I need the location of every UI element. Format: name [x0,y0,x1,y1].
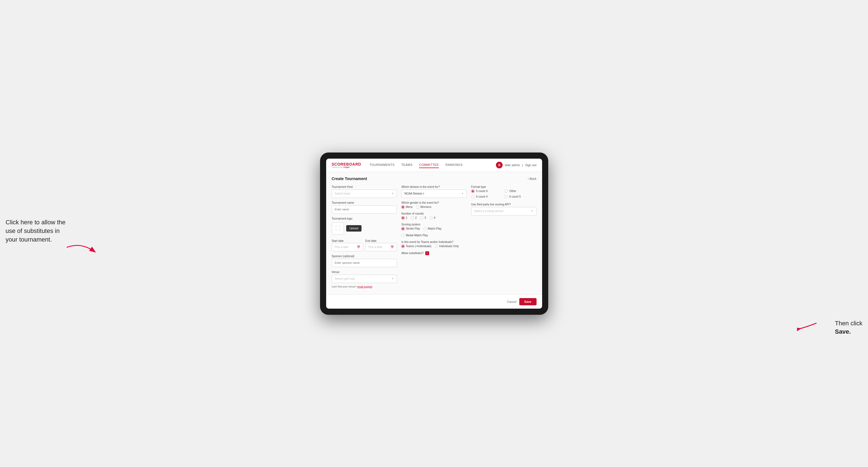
format-other-label: Other [509,189,516,193]
division-chevron-icon: ▼ [461,192,464,195]
form-col-2: Which division is the event for? NCAA Di… [401,185,467,288]
tournament-host-label: Tournament Host [332,185,397,188]
gender-radio-group: Mens Womens [401,206,467,209]
gender-mens[interactable]: Mens [401,206,412,209]
form-columns: Tournament Host Search team ▼ Tournament… [332,185,536,288]
format-other-radio[interactable] [504,189,507,193]
logo-upload-area: ⛶ Upload [332,222,397,235]
format-6count5-label: 6 count 5 [509,195,521,198]
team-individuals[interactable]: Individuals Only [435,245,459,248]
tournament-name-input[interactable] [332,206,397,214]
round-3[interactable]: 3 [420,216,426,220]
team-individual-group: Is this event for Teams and/or Individua… [401,241,467,248]
team-individual-label: Is this event for Teams and/or Individua… [401,241,467,244]
format-6count5[interactable]: 6 count 5 [504,195,536,198]
nav-links: TOURNAMENTS TEAMS COMMITTEE RANKINGS [370,162,496,168]
substitutes-checkbox[interactable]: ✓ [425,251,429,255]
calendar-icon: 📅 [357,246,360,249]
form-col-3: Format type 5 count 4 Other [471,185,536,288]
team-teams[interactable]: Teams (+Individuals) [401,245,431,248]
start-date-input[interactable]: Pick a date 📅 [332,243,363,251]
sign-out-link[interactable]: Sign out [525,163,536,167]
scoring-group: Scoring system Stroke Play Match Play [401,223,467,237]
api-label: Use third-party live scoring API? [471,203,536,206]
format-group: Format type 5 count 4 Other [471,185,536,199]
api-group: Use third-party live scoring API? Select… [471,203,536,215]
venue-input[interactable]: Search golf club ▼ [332,275,397,283]
round-3-label: 3 [425,216,426,219]
tournament-host-group: Tournament Host Search team ▼ [332,185,397,198]
substitutes-label: Allow substitutes? [401,252,424,255]
nav-rankings[interactable]: RANKINGS [445,162,463,168]
tournament-name-group: Tournament name [332,201,397,214]
scoring-match-label: Match Play [428,227,441,230]
user-avatar: B [496,162,503,168]
gender-mens-label: Mens [406,206,412,209]
substitutes-checkbox-item[interactable]: Allow substitutes? ✓ [401,251,467,255]
tournament-logo-label: Tournament logo [332,217,397,220]
scoring-medal-radio[interactable] [401,234,405,237]
rounds-label: Number of rounds [401,212,467,215]
scoring-medal[interactable]: Medal Match Play [401,234,428,237]
api-input[interactable]: Select a scoring service ▼ [471,207,536,215]
format-5count4[interactable]: 5 count 4 [471,189,503,193]
nav-committee[interactable]: COMMITTEE [419,162,439,168]
end-date-input[interactable]: Pick a date 📅 [365,243,397,251]
sponsor-group: Sponsor (optional) [332,255,397,267]
gender-womens[interactable]: Womens [416,206,431,209]
round-4-radio[interactable] [429,216,433,220]
round-3-radio[interactable] [420,216,423,220]
team-individuals-label: Individuals Only [439,245,459,248]
scoring-radio-group: Stroke Play Match Play Medal Match Play [401,227,467,237]
team-teams-radio[interactable] [401,245,405,248]
chevron-down-icon: ▼ [392,192,394,195]
round-2-radio[interactable] [411,216,414,220]
nav-tournaments[interactable]: TOURNAMENTS [370,162,395,168]
gender-mens-radio[interactable] [401,206,405,209]
format-6count5-radio[interactable] [504,195,507,198]
round-2[interactable]: 2 [411,216,417,220]
round-1[interactable]: 1 [401,216,407,220]
gender-womens-radio[interactable] [416,206,420,209]
format-6count4-radio[interactable] [471,195,474,198]
sponsor-input[interactable] [332,259,397,267]
round-4[interactable]: 4 [429,216,436,220]
division-label: Which division is the event for? [401,185,467,188]
start-date-group: Start date Pick a date 📅 [332,238,363,251]
scoring-stroke[interactable]: Stroke Play [401,227,420,230]
username: blair admin [505,163,520,167]
api-chevron-icon: ▼ [531,210,533,212]
division-input[interactable]: NCAA Division I ▼ [401,189,467,198]
date-row: Start date Pick a date 📅 End date Pick a… [332,238,397,251]
venue-email-link[interactable]: email support [357,285,372,288]
venue-group: Venue Search golf club ▼ Can't find your… [332,271,397,288]
format-5count4-radio[interactable] [471,189,474,193]
scoring-match[interactable]: Match Play [423,227,441,230]
team-individuals-radio[interactable] [435,245,438,248]
upload-button[interactable]: Upload [346,225,362,231]
scoring-label: Scoring system [401,223,467,226]
scoring-match-radio[interactable] [423,227,427,230]
gender-label: Which gender is the event for? [401,201,467,204]
page-content: Create Tournament ‹ Back Tournament Host… [326,172,542,294]
team-radio-group: Teams (+Individuals) Individuals Only [401,245,467,248]
venue-help-text: Can't find your venue? email support [332,285,397,288]
back-link[interactable]: ‹ Back [528,177,536,180]
round-1-radio[interactable] [401,216,405,220]
substitutes-group: Allow substitutes? ✓ [401,251,467,255]
format-6count4[interactable]: 6 count 4 [471,195,503,198]
rounds-group: Number of rounds 1 2 [401,212,467,220]
format-5count4-label: 5 count 4 [476,189,488,193]
tournament-logo-group: Tournament logo ⛶ Upload [332,217,397,235]
rounds-radio-group: 1 2 3 4 [401,216,467,220]
tablet-screen: SCOREBOARD Powered by clippd TOURNAMENTS… [326,159,542,309]
round-4-label: 4 [434,216,436,219]
save-button[interactable]: Save [519,298,536,305]
nav-separator: | [522,163,523,167]
nav-teams[interactable]: TEAMS [401,162,412,168]
cancel-button[interactable]: Cancel [507,300,517,303]
scoring-stroke-radio[interactable] [401,227,405,230]
scoring-medal-label: Medal Match Play [406,234,428,237]
tournament-host-input[interactable]: Search team ▼ [332,189,397,198]
format-other[interactable]: Other [504,189,536,193]
